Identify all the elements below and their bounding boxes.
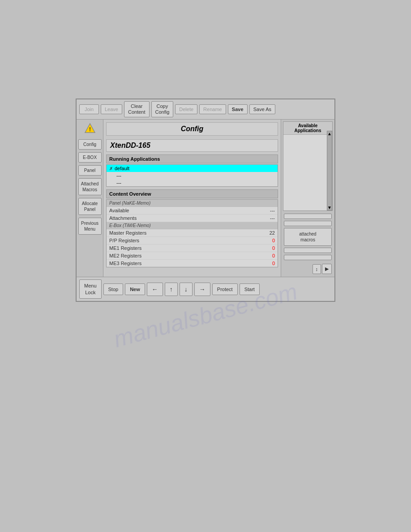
me2-registers-row: ME2 Registers 0 [107,252,278,260]
ebox-sidebar-button[interactable]: E-BOX [78,152,102,163]
rename-button[interactable]: Rename [199,104,226,114]
available-apps-label: Available Applications [283,122,332,135]
scroll-up-icon[interactable]: ▲ [327,131,332,136]
app-name-1: --- [116,173,275,178]
arrow-buttons: ↕ ▶ [283,263,333,275]
delete-button[interactable]: Delete [175,104,197,114]
bottom-toolbar: Menu Lock Stop New ← ↑ ↓ → Protect Start [77,277,334,301]
attached-macros-sidebar-button[interactable]: Attached Macros [78,178,102,195]
me3-registers-row: ME3 Registers 0 [107,260,278,267]
left-sidebar: ! Config E-BOX Panel Attached Macros All… [77,120,103,277]
ebox-section-label: E-Box (TiM/E-Nemo) [107,222,278,229]
available-value: --- [261,208,275,213]
available-apps-box: Available Applications ▲ ▼ [283,121,333,211]
me1-registers-row: ME1 Registers 0 [107,245,278,252]
me3-registers-value: 0 [261,261,275,266]
svg-text:!: ! [89,126,91,133]
check-mark-icon: ✗ [109,166,113,171]
pp-registers-row: P/P Registers 0 [107,237,278,245]
panel-attachments-row: Attachments --- [107,215,278,222]
app-row-1[interactable]: --- [107,172,278,179]
warning-icon: ! [84,122,96,135]
me1-registers-label: ME1 Registers [109,245,261,251]
me2-registers-label: ME2 Registers [109,253,261,258]
copy-config-button[interactable]: Copy Config [151,101,174,117]
new-button[interactable]: New [125,283,145,295]
join-button[interactable]: Join [79,104,99,114]
attachments-value: --- [261,215,275,221]
panel-section-label: Panel (NaKE-Memo) [107,200,278,207]
scrollbar[interactable]: ▲ ▼ [327,131,332,210]
right-btn-1[interactable] [284,214,332,219]
right-btn-2[interactable] [284,221,332,226]
panel-available-row: Available --- [107,207,278,215]
body-area: ! Config E-BOX Panel Attached Macros All… [77,120,334,277]
running-apps-list: ✗ default --- --- [106,164,278,187]
top-toolbar: Join Leave Clear Content Copy Config Del… [77,99,334,120]
center-content: Config XtenDD-165 Running Applications ✗… [103,120,281,277]
app-row-default[interactable]: ✗ default [107,165,278,172]
master-registers-label: Master Registers [109,230,261,236]
scroll-down-icon[interactable]: ▼ [327,205,332,210]
me2-registers-value: 0 [261,253,275,258]
clear-content-button[interactable]: Clear Content [124,101,150,117]
attached-macros-right-button[interactable]: attached macros [284,228,332,246]
me1-registers-value: 0 [261,245,275,251]
main-window: Join Leave Clear Content Copy Config Del… [76,99,335,302]
panel-sidebar-button[interactable]: Panel [78,165,102,176]
pp-registers-label: P/P Registers [109,238,261,243]
app-name-2: --- [116,180,275,185]
app-row-2[interactable]: --- [107,179,278,186]
content-table: Panel (NaKE-Memo) Available --- Attachme… [106,199,278,267]
pp-registers-value: 0 [261,238,275,243]
right-arrow-button[interactable]: ▶ [322,264,332,274]
me3-registers-label: ME3 Registers [109,261,261,266]
previous-menu-sidebar-button[interactable]: Previous Menu [78,218,102,235]
start-button[interactable]: Start [240,283,260,295]
right-btn-3[interactable] [284,248,332,253]
right-panel: Available Applications ▲ ▼ attached macr… [281,120,334,277]
save-as-button[interactable]: Save As [249,104,275,114]
protect-button[interactable]: Protect [212,283,238,295]
app-name-default: default [115,166,275,171]
master-registers-row: Master Registers 22 [107,229,278,237]
save-button[interactable]: Save [228,104,248,114]
nav-up-button[interactable]: ↑ [165,283,178,296]
leave-button[interactable]: Leave [101,104,122,114]
config-sidebar-button[interactable]: Config [78,139,102,150]
running-apps-label: Running Applications [106,154,278,163]
master-registers-value: 22 [261,230,275,236]
nav-right-button[interactable]: → [194,283,210,296]
device-name: XtenDD-165 [106,139,278,152]
allocate-panel-sidebar-button[interactable]: Allocate Panel [78,198,102,215]
attachments-label: Attachments [109,215,261,221]
right-btn-4[interactable] [284,255,332,260]
content-overview-label: Content Overview [106,189,278,198]
stop-button[interactable]: Stop [103,283,124,295]
right-side-buttons: attached macros [283,213,333,261]
nav-left-button[interactable]: ← [147,283,163,296]
menu-lock-button[interactable]: Menu Lock [79,279,102,299]
nav-down-button[interactable]: ↓ [180,283,193,296]
up-down-arrow-button[interactable]: ↕ [313,264,321,274]
config-title: Config [106,122,278,136]
available-label: Available [109,208,261,213]
